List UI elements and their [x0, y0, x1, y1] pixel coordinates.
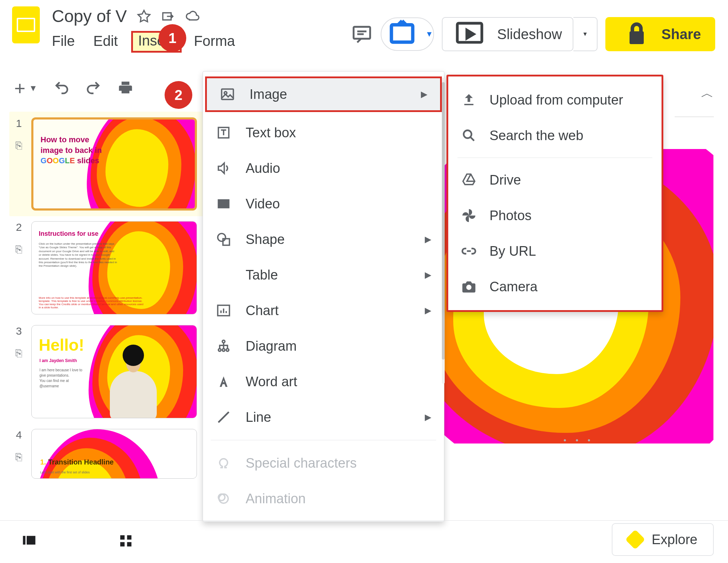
chart-icon — [216, 303, 231, 318]
move-icon[interactable] — [161, 9, 175, 23]
insert-video-label: Video — [246, 196, 280, 212]
slide-thumb-3[interactable]: Hello! I am Jayden Smith I am here becau… — [31, 325, 197, 418]
image-search-label: Search the web — [489, 128, 583, 143]
insert-special-characters[interactable]: Special characters — [203, 445, 444, 481]
svg-line-18 — [471, 137, 474, 141]
line-icon — [216, 409, 231, 425]
submenu-arrow-icon: ▶ — [425, 412, 431, 422]
slide-thumb-1[interactable]: How to move image to back in GOOGLE slid… — [31, 117, 197, 211]
insert-textbox-label: Text box — [246, 125, 296, 140]
animation-icon — [216, 491, 231, 506]
link-icon: ⎘ — [16, 139, 22, 152]
svg-rect-25 — [127, 542, 132, 546]
thumb1-google-word: GOOGLE — [41, 156, 75, 165]
menu-file[interactable]: File — [52, 33, 75, 51]
svg-point-11 — [218, 349, 221, 351]
insert-table-label: Table — [246, 267, 278, 283]
svg-rect-4 — [222, 89, 234, 99]
svg-point-17 — [464, 130, 471, 138]
thumb2-title: Instructions for use — [39, 230, 98, 238]
camera-icon — [461, 279, 477, 294]
submenu-arrow-icon: ▶ — [425, 234, 431, 244]
svg-point-12 — [222, 349, 225, 351]
insert-image[interactable]: Image ▶ — [205, 76, 442, 112]
insert-audio[interactable]: Audio — [203, 150, 444, 186]
special-characters-icon — [216, 455, 231, 471]
image-by-url[interactable]: By URL — [448, 233, 662, 269]
explore-button[interactable]: Explore — [612, 523, 714, 556]
thumb4-num: 1. — [40, 458, 46, 466]
slide-number: 2 — [16, 221, 22, 233]
redo-icon[interactable] — [86, 80, 101, 97]
insert-line[interactable]: Line ▶ — [203, 399, 444, 435]
insert-textbox[interactable]: Text box — [203, 115, 444, 150]
diagram-icon — [216, 338, 231, 354]
image-search-web[interactable]: Search the web — [448, 118, 662, 153]
svg-rect-8 — [223, 239, 229, 245]
image-icon — [220, 86, 235, 102]
document-title[interactable]: Copy of V — [52, 6, 127, 26]
image-drive[interactable]: Drive — [448, 162, 662, 198]
insert-chart[interactable]: Chart ▶ — [203, 293, 444, 328]
insert-wordart-label: Word art — [246, 374, 297, 389]
image-camera[interactable]: Camera — [448, 269, 662, 304]
thumb4-title: Transition Headline — [48, 458, 113, 466]
star-icon[interactable] — [137, 9, 151, 23]
filmstrip: 1⎘ How to move image to back in GOOGLE s… — [13, 117, 204, 479]
svg-point-7 — [218, 234, 226, 241]
slide-thumb-4[interactable]: 1. Transition Headline Let's start with … — [31, 429, 197, 479]
image-upload[interactable]: Upload from computer — [448, 82, 662, 118]
audio-icon — [216, 160, 231, 176]
print-icon[interactable] — [118, 80, 133, 97]
present-button[interactable]: ▼ — [381, 17, 434, 51]
insert-shape[interactable]: Shape ▶ — [203, 222, 444, 257]
svg-rect-24 — [120, 542, 124, 546]
collapse-panel-icon[interactable]: ︿ — [701, 85, 714, 102]
svg-rect-22 — [120, 535, 124, 540]
speaker-notes-handle[interactable]: • • • — [563, 436, 594, 444]
thumb3-lines: I am here because I love togive presenta… — [39, 367, 82, 389]
insert-animation[interactable]: Animation — [203, 481, 444, 516]
slideshow-dropdown[interactable]: ▼ — [573, 17, 598, 51]
thumb2-body: Click on the button under the presentati… — [39, 242, 117, 268]
insert-animation-label: Animation — [246, 491, 306, 506]
insert-video[interactable]: Video — [203, 186, 444, 222]
insert-diagram[interactable]: Diagram — [203, 328, 444, 364]
insert-wordart[interactable]: Word art — [203, 364, 444, 399]
table-icon — [216, 267, 231, 283]
submenu-arrow-icon: ▶ — [425, 270, 431, 280]
link-icon: ⎘ — [16, 347, 22, 359]
link-icon: ⎘ — [16, 451, 22, 463]
explore-icon — [625, 530, 646, 550]
cloud-status-icon[interactable] — [185, 9, 199, 23]
slide-thumb-2[interactable]: Instructions for use Click on the button… — [31, 221, 197, 314]
image-photos[interactable]: Photos — [448, 198, 662, 233]
search-icon — [461, 128, 477, 143]
grid-view-icon[interactable] — [117, 533, 135, 551]
slideshow-button[interactable]: Slideshow — [442, 17, 573, 51]
annotation-badge-2: 2 — [165, 81, 192, 109]
share-button[interactable]: Share — [605, 17, 715, 51]
filmstrip-view-icon[interactable] — [20, 533, 38, 551]
image-photos-label: Photos — [489, 208, 531, 223]
slide-number: 4 — [16, 429, 22, 441]
thumb4-sub: Let's start with the first set of slides — [40, 471, 90, 474]
slides-logo[interactable] — [12, 6, 40, 43]
insert-table[interactable]: Table ▶ — [203, 257, 444, 293]
svg-rect-20 — [23, 536, 26, 545]
menu-format[interactable]: Forma — [194, 33, 235, 51]
thumb3-hello: Hello! — [39, 335, 84, 355]
thumb1-suffix: slides — [75, 156, 99, 165]
shape-icon — [216, 232, 231, 247]
image-camera-label: Camera — [489, 279, 537, 294]
svg-line-14 — [218, 412, 229, 422]
comments-icon[interactable] — [351, 23, 373, 45]
image-url-label: By URL — [489, 244, 536, 259]
svg-rect-1 — [391, 25, 413, 42]
menu-edit[interactable]: Edit — [93, 33, 118, 51]
new-slide-button[interactable]: +▼ — [14, 83, 37, 93]
undo-icon[interactable] — [54, 80, 69, 97]
submenu-arrow-icon: ▶ — [421, 89, 427, 99]
wordart-icon — [216, 374, 231, 389]
annotation-badge-1: 1 — [159, 24, 186, 52]
